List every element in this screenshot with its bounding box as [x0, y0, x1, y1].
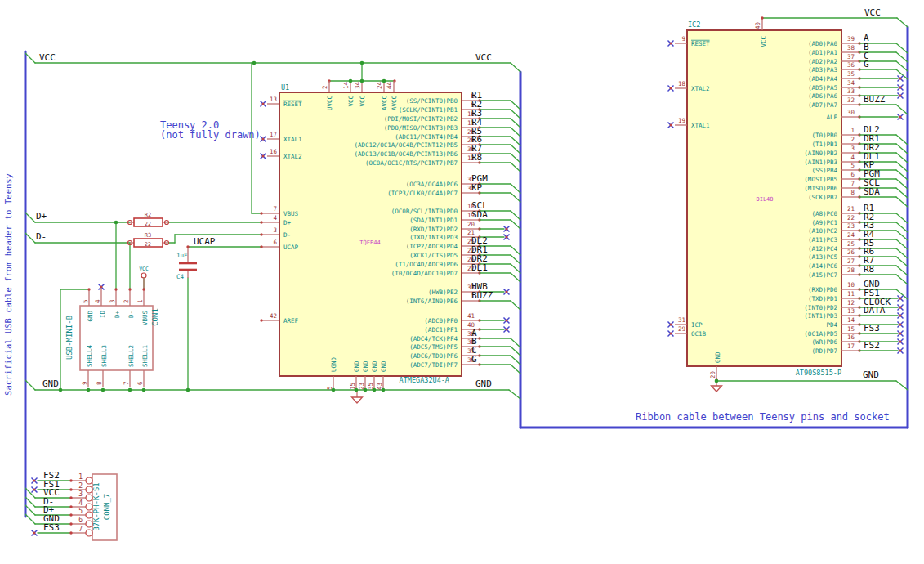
net-label-vcc-left[interactable]: VCC	[39, 52, 56, 63]
pin-name: (XCK1/CTS)PD5	[409, 252, 458, 259]
pin-name: (TXD/INT3)PD3	[409, 234, 458, 241]
pin-end-dot	[128, 288, 131, 290]
pin-number: 44	[386, 81, 393, 89]
pin-name: (TXD)PD1	[808, 295, 837, 302]
pin-number: 24	[847, 231, 855, 239]
pin-number: 26	[847, 248, 855, 256]
pin-name: (SCLK/PCINT1)PB1	[399, 106, 458, 114]
pin-number: 16	[270, 148, 278, 155]
note-ribbon-cable[interactable]: Ribbon cable between Teensy pins and soc…	[636, 411, 890, 423]
pin-number: 33	[847, 87, 855, 95]
pin-name: ALE	[826, 114, 837, 121]
junction-dot	[364, 388, 368, 392]
pin-name: (A8)PC0	[811, 210, 837, 217]
pin-number: 4	[850, 154, 855, 161]
pin-name: (ADC12/OC1A/OC4B/PCINT12)PB5	[355, 141, 458, 149]
circle	[899, 341, 902, 343]
pin-name: (OC1A)PD5	[804, 330, 837, 338]
circle	[670, 87, 672, 90]
pin-name: D+	[114, 311, 121, 319]
pin-number: 30	[847, 109, 855, 116]
resistor-r2-ref: R2	[145, 212, 151, 218]
net-label-gnd-left[interactable]: GND	[42, 378, 59, 389]
junction-dot	[360, 61, 364, 65]
pin-name: RESET	[283, 101, 302, 108]
net-label-G[interactable]: G	[864, 59, 869, 69]
net-label-DL1[interactable]: DL1	[471, 262, 488, 273]
pin-name: (ADC11/PCINT4)PB4	[395, 133, 458, 141]
right-ic-ref: IC2	[688, 20, 700, 29]
net-label-DATA[interactable]: DATA	[864, 305, 886, 316]
net-label-gnd-right[interactable]: GND	[863, 369, 879, 380]
pin-name: (PDO/MISO/PCINT3)PB3	[384, 124, 458, 132]
pin-name: (OC0B/SCL/INT0)PD0	[391, 208, 458, 215]
pin-name: AREF	[283, 317, 299, 325]
circle	[899, 95, 902, 97]
pin-number: 11	[847, 290, 855, 298]
pin-name: (A14)PC6	[808, 262, 838, 270]
net-label-BUZZ[interactable]: BUZZ	[864, 94, 886, 105]
net-label-vcc-right[interactable]: VCC	[864, 7, 881, 18]
pin-end-dot	[260, 233, 262, 235]
net-label-dplus[interactable]: D+	[36, 211, 47, 222]
net-label-ucap[interactable]: UCAP	[194, 236, 216, 247]
schematic-canvas[interactable]: U1 ATMEGA32U4-A TQFP44 IC2 AT90S8515-P D…	[0, 0, 924, 564]
net-label-R8[interactable]: R8	[471, 152, 482, 163]
net-label-KP[interactable]: KP	[471, 182, 483, 193]
net-label-R8[interactable]: R8	[864, 264, 874, 275]
pin-number: 39	[847, 35, 855, 43]
pin-end-dot	[260, 245, 262, 248]
pin-number: 4	[94, 299, 101, 303]
pin-name: GND	[353, 360, 360, 372]
note-teensy-line2[interactable]: (not fully drawn)	[160, 129, 261, 141]
pin-name: SHELL1	[141, 345, 149, 367]
pin-name: (AD1)PA1	[808, 49, 837, 56]
pin-number: 8	[850, 189, 855, 196]
pin-name: (ADC4/TCK)PF4	[409, 335, 458, 342]
circle	[899, 298, 902, 300]
pin-name: XTAL1	[691, 122, 710, 129]
pin-name: GND	[371, 360, 378, 372]
junction-dot	[360, 79, 364, 83]
net-label-FS3[interactable]: FS3	[43, 522, 60, 533]
pin-number: 14	[342, 81, 350, 89]
usb-connector-ref: CON1	[151, 308, 159, 326]
pin-number: 12	[847, 299, 855, 307]
net-label-dminus[interactable]: D-	[36, 231, 47, 242]
pin-number: 32	[847, 96, 855, 104]
pin-name: SHELL2	[127, 345, 135, 367]
junction-dot	[355, 388, 359, 392]
net-label-gnd-mid[interactable]: GND	[475, 378, 492, 389]
pin-number: 34	[354, 81, 361, 89]
pin-number: 27	[847, 257, 855, 265]
pin-number: 3	[850, 145, 855, 152]
pin-name: (AD5)PA5	[808, 84, 837, 92]
pin-name: (T0/OC4D/ADC10)PD7	[391, 270, 458, 277]
pin-name: (ADC7/TDI)PF7	[409, 361, 458, 369]
circle	[262, 155, 265, 158]
pin-end-dot	[69, 479, 72, 481]
pin-name: (MOSI)PB5	[804, 176, 837, 183]
net-label-FS3[interactable]: FS3	[864, 323, 880, 333]
net-label-vcc-mid[interactable]: VCC	[475, 52, 492, 63]
pin-number: 23	[847, 222, 855, 230]
circle	[506, 320, 508, 322]
net-label-FS2[interactable]: FS2	[864, 340, 880, 351]
pin-end-dot	[87, 288, 90, 290]
net-label-BUZZ[interactable]: BUZZ	[471, 290, 493, 301]
circle	[899, 87, 902, 89]
circle	[899, 116, 902, 119]
note-usb-cable[interactable]: Sacrificial USB cable from header to Tee…	[3, 173, 13, 396]
net-label-SDA[interactable]: SDA	[864, 186, 880, 197]
pin-number: 4	[273, 214, 277, 222]
pin-number: 7	[850, 180, 855, 187]
net-label-G[interactable]: G	[471, 354, 477, 365]
pin-number: 6	[273, 239, 277, 246]
pin-name: (AD2)PA2	[808, 58, 837, 65]
net-label-SDA[interactable]: SDA	[471, 209, 488, 220]
pin-name: XTAL1	[283, 136, 302, 143]
circle	[670, 43, 672, 45]
pin-name: (MISO)PB6	[804, 185, 837, 192]
junction-dot	[142, 388, 146, 392]
pin-number: 13	[270, 96, 277, 103]
